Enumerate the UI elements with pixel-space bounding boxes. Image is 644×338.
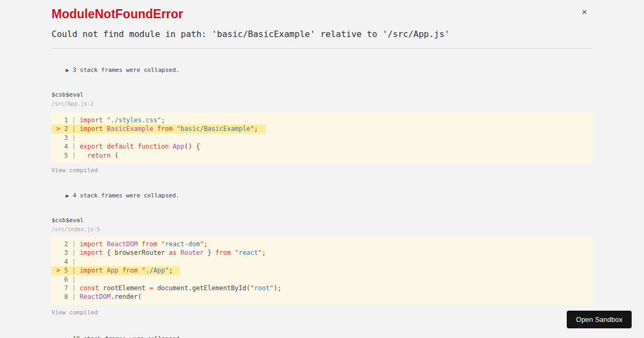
error-line-marker: >	[56, 125, 64, 133]
stack-frame-function-2: $csb$eval	[52, 217, 592, 224]
stack-frame-location-2: /src/index.js:5	[52, 226, 592, 233]
line-number: 5	[64, 267, 68, 274]
close-icon[interactable]: ×	[579, 6, 590, 18]
line-number: 2	[64, 240, 68, 248]
view-compiled-link-1[interactable]: View compiled	[52, 167, 98, 174]
stack-frame-location-1: /src/App.js:2	[52, 100, 592, 107]
expand-arrow-icon: ▶	[66, 67, 69, 73]
view-compiled-link-2[interactable]: View compiled	[52, 309, 98, 317]
line-number: 3	[64, 249, 68, 256]
divider	[52, 48, 592, 49]
code-line-error: > 5 | import App from "./App";	[52, 266, 180, 275]
collapsed-frames-label: 3 stack frames were collapsed.	[73, 67, 180, 74]
line-number: 4	[64, 143, 68, 150]
code-frame-1: 1 | import "./styles.css";> 2 | import B…	[52, 113, 592, 163]
error-title: ModuleNotFoundError	[52, 6, 592, 21]
error-message: Could not find module in path: 'basic/Ba…	[52, 29, 592, 40]
line-number: 4	[64, 258, 68, 266]
code-line: 1 | import "./styles.css";	[52, 116, 172, 124]
open-sandbox-button[interactable]: Open Sandbox	[567, 311, 632, 328]
line-number: 5	[64, 152, 68, 159]
collapsed-frames-label: 4 stack frames were collapsed.	[73, 192, 180, 199]
expand-arrow-icon: ▶	[66, 336, 69, 338]
line-number: 7	[64, 284, 68, 292]
code-line-error: > 2 | import BasicExample from "basic/Ba…	[52, 124, 266, 133]
line-number: 2	[64, 125, 68, 133]
code-line: 6 |	[52, 275, 87, 284]
line-number: 1	[64, 116, 68, 124]
collapsed-frames-toggle-1[interactable]: ▶3 stack frames were collapsed.	[52, 59, 592, 82]
code-line: 7 | const rootElement = document.getElem…	[52, 284, 289, 292]
code-line: 4 | export default function App() {	[52, 142, 207, 151]
collapsed-frames-toggle-3[interactable]: ▶10 stack frames were collapsed.	[52, 328, 592, 338]
line-number: 3	[64, 134, 68, 142]
code-line: 5 | return (	[52, 151, 126, 160]
code-frame-2: 2 | import ReactDOM from "react-dom"; 3 …	[52, 237, 592, 305]
collapsed-frames-toggle-2[interactable]: ▶4 stack frames were collapsed.	[52, 185, 592, 207]
code-line: 2 | import ReactDOM from "react-dom";	[52, 240, 215, 248]
stack-frame-function-1: $csb$eval	[52, 91, 592, 99]
code-line: 3 |	[52, 134, 87, 142]
line-number: 8	[64, 293, 68, 300]
code-line: 8 | ReactDOM.render(	[52, 292, 149, 301]
error-overlay: ModuleNotFoundError Could not find modul…	[52, 0, 592, 338]
collapsed-frames-label: 10 stack frames were collapsed.	[73, 335, 183, 338]
line-number: 6	[64, 276, 68, 283]
code-line: 4 |	[52, 258, 87, 266]
code-line: 3 | import { browserRouter as Router } f…	[52, 248, 273, 257]
expand-arrow-icon: ▶	[66, 193, 69, 199]
error-line-marker: >	[56, 267, 64, 274]
